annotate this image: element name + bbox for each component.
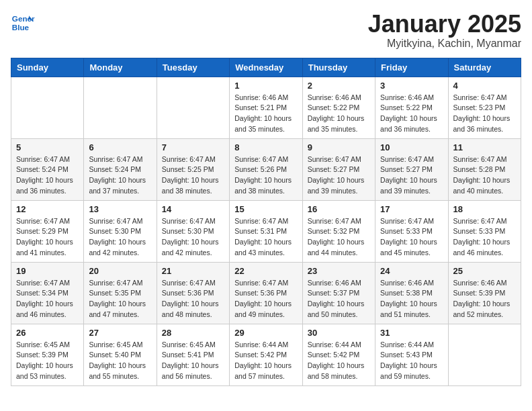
day-info: Sunrise: 6:47 AMSunset: 5:23 PMDaylight:…: [453, 93, 516, 135]
calendar-week-row: 19Sunrise: 6:47 AMSunset: 5:34 PMDayligh…: [11, 262, 521, 324]
day-info: Sunrise: 6:47 AMSunset: 5:31 PMDaylight:…: [234, 216, 297, 259]
calendar-cell: 3Sunrise: 6:46 AMSunset: 5:22 PMDaylight…: [375, 77, 448, 138]
svg-text:Blue: Blue: [12, 23, 30, 32]
column-header-friday: Friday: [375, 58, 448, 77]
calendar-cell: [11, 77, 84, 138]
day-info: Sunrise: 6:45 AMSunset: 5:41 PMDaylight:…: [162, 340, 224, 382]
day-number: 6: [89, 142, 151, 152]
day-number: 11: [453, 142, 516, 152]
day-number: 16: [308, 204, 370, 214]
day-info: Sunrise: 6:45 AMSunset: 5:40 PMDaylight:…: [89, 340, 151, 382]
logo: General Blue: [11, 11, 35, 35]
day-info: Sunrise: 6:46 AMSunset: 5:38 PMDaylight:…: [380, 278, 443, 320]
day-number: 2: [308, 81, 370, 91]
day-info: Sunrise: 6:46 AMSunset: 5:21 PMDaylight:…: [234, 93, 297, 135]
calendar-cell: 15Sunrise: 6:47 AMSunset: 5:31 PMDayligh…: [230, 200, 302, 262]
calendar-cell: [84, 77, 157, 138]
calendar-cell: 16Sunrise: 6:47 AMSunset: 5:32 PMDayligh…: [302, 200, 375, 262]
calendar-cell: 30Sunrise: 6:44 AMSunset: 5:42 PMDayligh…: [302, 324, 375, 385]
month-title: January 2025: [368, 11, 521, 38]
day-number: 29: [234, 328, 297, 338]
day-number: 3: [380, 81, 443, 91]
calendar-cell: 21Sunrise: 6:47 AMSunset: 5:36 PMDayligh…: [157, 262, 229, 324]
day-number: 9: [308, 142, 370, 152]
day-number: 21: [162, 266, 224, 276]
day-info: Sunrise: 6:46 AMSunset: 5:37 PMDaylight:…: [308, 278, 370, 320]
calendar-table: SundayMondayTuesdayWednesdayThursdayFrid…: [11, 58, 521, 386]
calendar-cell: 26Sunrise: 6:45 AMSunset: 5:39 PMDayligh…: [11, 324, 84, 385]
day-number: 1: [234, 81, 297, 91]
calendar-cell: 12Sunrise: 6:47 AMSunset: 5:29 PMDayligh…: [11, 200, 84, 262]
day-number: 24: [380, 266, 443, 276]
day-number: 17: [380, 204, 443, 214]
calendar-cell: [157, 77, 229, 138]
day-number: 7: [162, 142, 224, 152]
day-info: Sunrise: 6:46 AMSunset: 5:22 PMDaylight:…: [308, 93, 370, 135]
day-number: 14: [162, 204, 224, 214]
day-info: Sunrise: 6:47 AMSunset: 5:29 PMDaylight:…: [16, 216, 79, 259]
calendar-cell: 19Sunrise: 6:47 AMSunset: 5:34 PMDayligh…: [11, 262, 84, 324]
day-number: 23: [308, 266, 370, 276]
calendar-week-row: 26Sunrise: 6:45 AMSunset: 5:39 PMDayligh…: [11, 324, 521, 385]
calendar-cell: 4Sunrise: 6:47 AMSunset: 5:23 PMDaylight…: [448, 77, 521, 138]
calendar-cell: 28Sunrise: 6:45 AMSunset: 5:41 PMDayligh…: [157, 324, 229, 385]
day-info: Sunrise: 6:44 AMSunset: 5:43 PMDaylight:…: [380, 340, 443, 382]
day-info: Sunrise: 6:47 AMSunset: 5:33 PMDaylight:…: [380, 216, 443, 259]
day-info: Sunrise: 6:47 AMSunset: 5:36 PMDaylight:…: [234, 278, 297, 320]
calendar-cell: 1Sunrise: 6:46 AMSunset: 5:21 PMDaylight…: [230, 77, 302, 138]
title-block: January 2025 Myitkyina, Kachin, Myanmar: [368, 11, 521, 50]
day-number: 8: [234, 142, 297, 152]
day-info: Sunrise: 6:47 AMSunset: 5:30 PMDaylight:…: [89, 216, 151, 259]
calendar-cell: 31Sunrise: 6:44 AMSunset: 5:43 PMDayligh…: [375, 324, 448, 385]
day-info: Sunrise: 6:44 AMSunset: 5:42 PMDaylight:…: [234, 340, 297, 382]
day-info: Sunrise: 6:47 AMSunset: 5:30 PMDaylight:…: [162, 216, 224, 259]
day-number: 28: [162, 328, 224, 338]
day-number: 20: [89, 266, 151, 276]
day-info: Sunrise: 6:47 AMSunset: 5:24 PMDaylight:…: [16, 154, 79, 197]
column-header-monday: Monday: [84, 58, 157, 77]
logo-icon: General Blue: [11, 11, 35, 35]
column-header-wednesday: Wednesday: [230, 58, 302, 77]
calendar-cell: 17Sunrise: 6:47 AMSunset: 5:33 PMDayligh…: [375, 200, 448, 262]
calendar-cell: 27Sunrise: 6:45 AMSunset: 5:40 PMDayligh…: [84, 324, 157, 385]
day-number: 26: [16, 328, 79, 338]
calendar-week-row: 12Sunrise: 6:47 AMSunset: 5:29 PMDayligh…: [11, 200, 521, 262]
day-number: 4: [453, 81, 516, 91]
calendar-cell: 20Sunrise: 6:47 AMSunset: 5:35 PMDayligh…: [84, 262, 157, 324]
day-number: 18: [453, 204, 516, 214]
day-info: Sunrise: 6:47 AMSunset: 5:24 PMDaylight:…: [89, 154, 151, 197]
calendar-cell: 29Sunrise: 6:44 AMSunset: 5:42 PMDayligh…: [230, 324, 302, 385]
calendar-cell: 14Sunrise: 6:47 AMSunset: 5:30 PMDayligh…: [157, 200, 229, 262]
day-info: Sunrise: 6:47 AMSunset: 5:36 PMDaylight:…: [162, 278, 224, 320]
day-info: Sunrise: 6:47 AMSunset: 5:33 PMDaylight:…: [453, 216, 516, 259]
day-info: Sunrise: 6:47 AMSunset: 5:25 PMDaylight:…: [162, 154, 224, 197]
day-number: 5: [16, 142, 79, 152]
day-number: 30: [308, 328, 370, 338]
calendar-cell: 25Sunrise: 6:46 AMSunset: 5:39 PMDayligh…: [448, 262, 521, 324]
calendar-cell: 22Sunrise: 6:47 AMSunset: 5:36 PMDayligh…: [230, 262, 302, 324]
day-number: 31: [380, 328, 443, 338]
calendar-cell: 11Sunrise: 6:47 AMSunset: 5:28 PMDayligh…: [448, 138, 521, 200]
page-header: General Blue January 2025 Myitkyina, Kac…: [11, 11, 521, 50]
day-number: 27: [89, 328, 151, 338]
column-header-thursday: Thursday: [302, 58, 375, 77]
calendar-cell: 10Sunrise: 6:47 AMSunset: 5:27 PMDayligh…: [375, 138, 448, 200]
day-number: 25: [453, 266, 516, 276]
day-info: Sunrise: 6:47 AMSunset: 5:32 PMDaylight:…: [308, 216, 370, 259]
day-info: Sunrise: 6:45 AMSunset: 5:39 PMDaylight:…: [16, 340, 79, 382]
calendar-week-row: 1Sunrise: 6:46 AMSunset: 5:21 PMDaylight…: [11, 77, 521, 138]
svg-text:General: General: [12, 14, 35, 23]
calendar-cell: 18Sunrise: 6:47 AMSunset: 5:33 PMDayligh…: [448, 200, 521, 262]
day-number: 13: [89, 204, 151, 214]
day-info: Sunrise: 6:44 AMSunset: 5:42 PMDaylight:…: [308, 340, 370, 382]
calendar-cell: [448, 324, 521, 385]
day-info: Sunrise: 6:47 AMSunset: 5:27 PMDaylight:…: [308, 154, 370, 197]
calendar-cell: 6Sunrise: 6:47 AMSunset: 5:24 PMDaylight…: [84, 138, 157, 200]
day-info: Sunrise: 6:47 AMSunset: 5:27 PMDaylight:…: [380, 154, 443, 197]
column-header-saturday: Saturday: [448, 58, 521, 77]
calendar-cell: 5Sunrise: 6:47 AMSunset: 5:24 PMDaylight…: [11, 138, 84, 200]
calendar-cell: 7Sunrise: 6:47 AMSunset: 5:25 PMDaylight…: [157, 138, 229, 200]
column-header-sunday: Sunday: [11, 58, 84, 77]
column-header-tuesday: Tuesday: [157, 58, 229, 77]
calendar-cell: 8Sunrise: 6:47 AMSunset: 5:26 PMDaylight…: [230, 138, 302, 200]
